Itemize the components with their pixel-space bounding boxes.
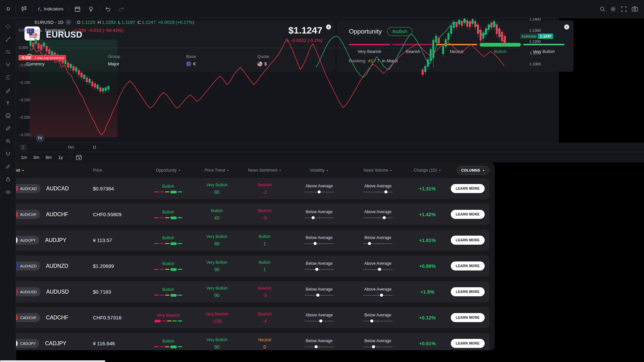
learn-more-button[interactable]: LEARN MORE [451, 313, 485, 322]
ideas-bulb-icon[interactable] [86, 5, 96, 13]
undo-icon[interactable] [103, 5, 113, 13]
table-row[interactable]: AUD/NZDAUDNZD$1.20689BullishVery Bullish… [5, 255, 489, 277]
magnet-icon[interactable] [3, 149, 13, 158]
table-row[interactable]: AUD/USDAUDUSD$0.7183BullishVery Bullish9… [5, 281, 489, 302]
meter-segment [178, 217, 182, 218]
slider-handle[interactable] [370, 319, 373, 322]
learn-more-button[interactable]: LEARN MORE [451, 339, 485, 348]
news-volume-cell-slider[interactable] [363, 190, 393, 194]
news-volume-cell-slider[interactable] [363, 294, 393, 297]
trend-line-icon[interactable] [3, 35, 13, 44]
interval-button[interactable]: D [5, 5, 12, 13]
volatility-cell-label: Above Average [306, 184, 333, 188]
news-volume-cell-slider[interactable] [363, 319, 393, 323]
opportunity-scale-segment[interactable]: Bearish [392, 43, 434, 54]
text-tool-icon[interactable]: T [3, 99, 13, 107]
slider-handle[interactable] [314, 242, 317, 245]
news-volume-cell-slider[interactable] [363, 216, 393, 220]
slider-handle[interactable] [384, 190, 387, 193]
legend-collapse-icon[interactable]: – [66, 19, 71, 25]
table-row[interactable]: AUD/JPYAUDJPY¥ 113.57BullishVery Bullish… [5, 230, 489, 251]
volatility-cell-slider[interactable] [305, 190, 334, 194]
calendar-icon[interactable] [72, 5, 83, 13]
column-header-volatility[interactable]: Volatility▲ [290, 168, 348, 173]
news-volume-cell: Above Average [348, 209, 407, 220]
brush-icon[interactable] [3, 86, 13, 95]
pencil-icon[interactable] [3, 162, 13, 163]
range-button-3m[interactable]: 3m [33, 155, 39, 160]
slider-handle[interactable] [316, 294, 319, 297]
slider-handle[interactable] [380, 294, 383, 297]
asset-cell: AUD/CHFAUDCHF [5, 210, 87, 219]
column-header-news-sentiment[interactable]: News Sentiment▲ [239, 168, 290, 173]
slider-handle[interactable] [319, 319, 322, 322]
volatility-cell-slider[interactable] [305, 216, 334, 220]
emoji-tool-icon[interactable] [3, 111, 13, 120]
indicator-name[interactable]: Sentiment [45, 28, 65, 33]
news-volume-cell-slider[interactable] [363, 345, 393, 349]
slider-handle[interactable] [372, 345, 375, 348]
learn-more-button[interactable]: LEARN MORE [451, 261, 485, 270]
column-header-opportunity[interactable]: Opportunity▲ [142, 168, 194, 173]
pair-name: AUD/CAD [20, 187, 37, 191]
meter-segment [178, 295, 182, 296]
fib-retracement-icon[interactable] [3, 73, 13, 82]
opportunity-scale-segment[interactable]: Bullish [480, 43, 521, 54]
learn-more-button[interactable]: LEARN MORE [451, 184, 485, 193]
news-sentiment-cell-label: Bearish [258, 208, 272, 213]
range-button-1m[interactable]: 1m [21, 155, 27, 160]
volatility-cell-slider[interactable] [305, 345, 334, 349]
news-volume-cell-slider[interactable] [363, 268, 393, 271]
opportunity-scale-segment[interactable]: Very Bearish [349, 43, 390, 54]
opportunity-scale-segment[interactable]: Neutral [436, 43, 477, 54]
scale-bar [523, 44, 565, 45]
crosshair-icon[interactable] [3, 22, 13, 31]
range-button-1y[interactable]: 1y [58, 155, 63, 160]
slider-handle[interactable] [368, 242, 371, 245]
news-volume-cell-slider[interactable] [363, 242, 393, 245]
table-row[interactable]: AUD/CHFAUDCHFCHF0.55809BullishBullish40B… [5, 204, 489, 225]
slider-handle[interactable] [315, 345, 318, 348]
slider-handle[interactable] [383, 216, 386, 219]
parallel-lines-icon[interactable] [3, 48, 13, 56]
columns-button[interactable]: COLUMNS▼ [457, 166, 489, 175]
indicators-button[interactable]: ƒx Indicators [36, 5, 65, 13]
news-sentiment-cell-value: -5 [263, 215, 267, 221]
table-row[interactable]: CAD/JPYCADJPY¥ 116.646BullishVery Bullis… [5, 333, 489, 350]
tradingview-watermark: TV [36, 134, 44, 142]
price-cell: CHF0.55809 [87, 212, 142, 217]
learn-more-button[interactable]: LEARN MORE [451, 236, 485, 245]
redo-icon[interactable] [116, 5, 126, 13]
column-header-news-volume[interactable]: News Volume▲ [348, 168, 407, 173]
price-info-icon[interactable]: i [326, 24, 331, 29]
meter-segment [154, 269, 159, 270]
table-row[interactable]: CAD/CHFCADCHFCHF0.57316Very BearishVery … [5, 307, 489, 328]
opportunity-info-icon[interactable]: i [564, 24, 569, 29]
table-row[interactable]: AUD/CADAUDCAD$0.97384BullishVery Bullish… [5, 178, 489, 199]
volatility-cell-slider[interactable] [305, 268, 334, 271]
column-header-price[interactable]: Price [87, 168, 142, 173]
slider-handle[interactable] [318, 190, 321, 193]
slider-handle[interactable] [315, 268, 318, 271]
learn-more-button[interactable]: LEARN MORE [451, 287, 485, 296]
legend-symbol[interactable]: EURUSD · 1D [35, 20, 63, 25]
time-axis[interactable]: Z Oct 11 [16, 143, 559, 152]
volatility-cell-slider[interactable] [305, 242, 334, 245]
learn-more-button[interactable]: LEARN MORE [451, 210, 485, 219]
volatility-cell-slider[interactable] [305, 319, 334, 323]
volatility-cell-slider[interactable] [305, 294, 334, 297]
pitchfork-icon[interactable] [3, 60, 13, 69]
meter-segment [165, 295, 169, 296]
column-header-asset[interactable]: Asset▲ [5, 168, 87, 173]
collapse-caret-button[interactable] [35, 35, 43, 41]
slider-handle[interactable] [378, 268, 381, 271]
measure-ruler-icon[interactable] [3, 124, 13, 133]
slider-handle[interactable] [312, 216, 315, 219]
zoom-in-icon[interactable] [3, 137, 13, 145]
zoom-out-button[interactable]: Z [19, 144, 27, 151]
range-button-6m[interactable]: 6m [46, 155, 52, 160]
goto-date-icon[interactable] [76, 155, 82, 160]
column-header-change-1d-[interactable]: Change (1D)▲ [407, 168, 447, 173]
chart-type-icon[interactable] [19, 5, 29, 13]
column-header-price-trend[interactable]: Price Trend▲ [194, 168, 239, 173]
